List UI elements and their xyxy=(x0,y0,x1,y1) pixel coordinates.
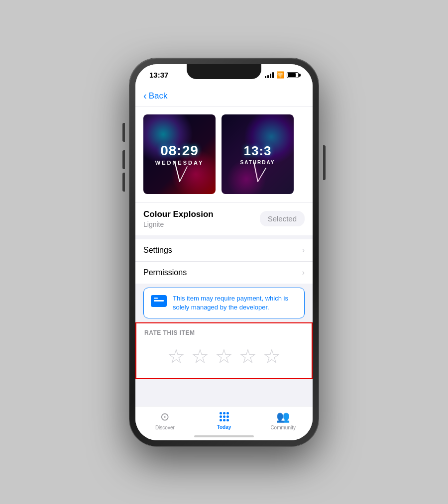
battery-fill xyxy=(288,73,296,77)
app-content: ‹ Back 08:29 WEDNESDAY xyxy=(135,86,313,440)
community-icon: 👥 xyxy=(276,410,290,423)
permissions-row[interactable]: Permissions › xyxy=(135,262,313,284)
payment-text: This item may require payment, which is … xyxy=(173,294,297,312)
tab-community-label: Community xyxy=(270,425,296,430)
scroll-content[interactable]: 08:29 WEDNESDAY 13:3 SATURDAY xyxy=(135,106,313,406)
signal-icon xyxy=(265,72,274,78)
back-button[interactable]: ‹ Back xyxy=(143,91,167,101)
rate-section: RATE THIS ITEM ☆ ☆ ☆ ☆ ☆ xyxy=(135,322,313,379)
settings-label: Settings xyxy=(143,246,172,255)
tab-discover-label: Discover xyxy=(155,425,175,430)
star-2[interactable]: ☆ xyxy=(191,346,209,366)
today-icon xyxy=(220,412,229,421)
back-chevron-icon: ‹ xyxy=(143,91,147,101)
notch xyxy=(187,64,261,79)
menu-section: Settings › Permissions › xyxy=(135,239,313,284)
status-icons: 🛜 xyxy=(265,71,299,79)
rate-title: RATE THIS ITEM xyxy=(144,329,304,336)
permissions-label: Permissions xyxy=(143,268,187,277)
nav-bar: ‹ Back xyxy=(135,86,313,106)
wifi-icon: 🛜 xyxy=(276,71,284,79)
title-section: Colour Explosion Lignite Selected xyxy=(135,202,313,235)
status-time: 13:37 xyxy=(149,71,168,79)
preview-section: 08:29 WEDNESDAY 13:3 SATURDAY xyxy=(135,106,313,202)
stars-row[interactable]: ☆ ☆ ☆ ☆ ☆ xyxy=(144,342,304,370)
settings-row[interactable]: Settings › xyxy=(135,239,313,262)
preview-image-2: 13:3 SATURDAY xyxy=(222,114,294,194)
home-indicator xyxy=(194,435,254,437)
star-1[interactable]: ☆ xyxy=(167,346,185,366)
tab-discover[interactable]: ⊙ Discover xyxy=(135,410,195,430)
star-5[interactable]: ☆ xyxy=(263,346,281,366)
payment-notice: This item may require payment, which is … xyxy=(143,288,305,318)
settings-chevron-icon: › xyxy=(302,246,305,255)
star-4[interactable]: ☆ xyxy=(239,346,257,366)
tab-today-label: Today xyxy=(217,424,231,430)
discover-icon: ⊙ xyxy=(160,410,169,423)
preview-time-2: 13:3 xyxy=(243,143,271,159)
battery-icon xyxy=(287,72,299,78)
preview-time-1: 08:29 xyxy=(160,143,199,159)
preview-day-2: SATURDAY xyxy=(240,160,275,165)
clock-hands-1 xyxy=(165,159,195,184)
svg-line-0 xyxy=(175,162,180,182)
app-title: Colour Explosion xyxy=(143,209,214,219)
selected-button[interactable]: Selected xyxy=(260,211,305,226)
app-developer: Lignite xyxy=(143,220,214,228)
phone-frame: 13:37 🛜 ‹ Back xyxy=(129,58,319,446)
permissions-chevron-icon: › xyxy=(302,268,305,277)
phone-screen: 13:37 🛜 ‹ Back xyxy=(135,64,313,440)
tab-today[interactable]: Today xyxy=(195,411,254,430)
card-icon-inner xyxy=(154,300,164,302)
today-dots-icon xyxy=(220,411,229,423)
status-bar: 13:37 🛜 xyxy=(135,64,313,86)
star-3[interactable]: ☆ xyxy=(215,346,233,366)
svg-line-3 xyxy=(258,168,266,182)
credit-card-icon xyxy=(151,295,167,307)
svg-line-1 xyxy=(180,167,187,182)
back-label: Back xyxy=(149,91,168,101)
title-info: Colour Explosion Lignite xyxy=(143,209,214,228)
preview-image-1: 08:29 WEDNESDAY xyxy=(143,114,216,194)
tab-community[interactable]: 👥 Community xyxy=(253,410,313,430)
